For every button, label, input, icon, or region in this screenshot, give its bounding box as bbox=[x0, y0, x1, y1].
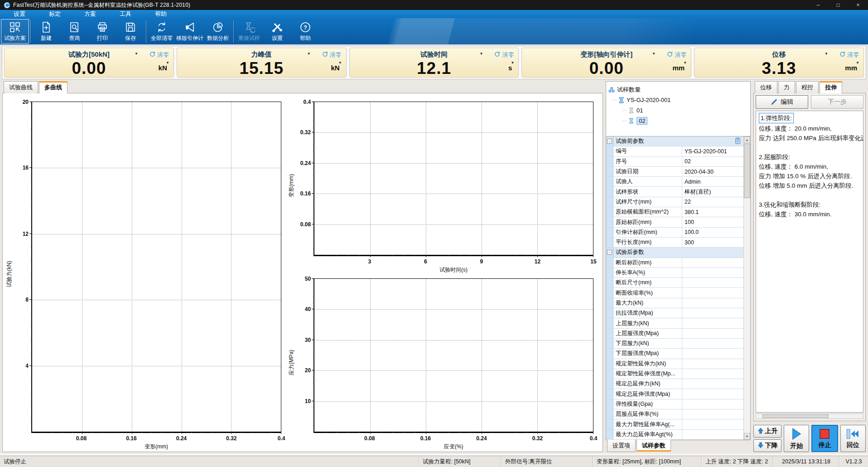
meter-unit: s bbox=[508, 64, 512, 72]
control-panel: 位移力程控拉伸 编辑 下一步 1.弹性阶段:位移, 速度： 20.0 mm/mi… bbox=[753, 81, 866, 452]
program-line-selected[interactable]: 1.弹性阶段: bbox=[759, 113, 860, 124]
meter-dropdown-icon[interactable]: ▼ bbox=[479, 52, 483, 56]
param-value[interactable]: Admin bbox=[682, 177, 743, 187]
sample-panel-tab-1[interactable]: 试样参数 bbox=[637, 440, 671, 452]
next-step-button[interactable]: 下一步 bbox=[811, 95, 863, 109]
param-value[interactable] bbox=[682, 409, 743, 419]
param-value[interactable]: 100 bbox=[682, 217, 743, 227]
menu-item-0[interactable]: 设置 bbox=[2, 10, 37, 18]
meter-zero-button[interactable]: 清零 bbox=[322, 51, 342, 59]
program-horizontal-scrollbar[interactable] bbox=[756, 413, 863, 419]
home-button[interactable]: 回位 bbox=[840, 425, 866, 452]
param-label: 弹性模量(Gpa) bbox=[613, 399, 682, 409]
tree-root[interactable]: 试样数量 bbox=[608, 84, 748, 95]
control-tab-2[interactable]: 程控 bbox=[796, 81, 819, 93]
toolbar-button-reset-all[interactable]: 全部清零 bbox=[148, 19, 176, 44]
toolbar-button-settings[interactable]: 设置 bbox=[263, 19, 291, 44]
param-value[interactable]: 2020-04-30 bbox=[682, 167, 743, 177]
remove-extensometer-icon bbox=[184, 21, 196, 34]
toolbar-button-label: 数据分析 bbox=[207, 34, 229, 42]
meter-zero-button[interactable]: 清零 bbox=[839, 51, 859, 59]
param-value[interactable] bbox=[682, 399, 743, 409]
scrollbar-thumb[interactable] bbox=[744, 144, 750, 198]
meter-zero-button[interactable]: 清零 bbox=[149, 51, 169, 59]
meter-dropdown-icon[interactable]: ▼ bbox=[307, 52, 311, 56]
program-line: 位移, 速度： 6.0 mm/min, bbox=[759, 162, 860, 171]
param-value[interactable] bbox=[682, 389, 743, 399]
tree-sample-node-01[interactable]: 01 bbox=[608, 105, 748, 116]
control-tab-0[interactable]: 位移 bbox=[755, 81, 777, 93]
meter-dropdown-icon[interactable]: ▼ bbox=[135, 52, 138, 56]
param-value[interactable] bbox=[682, 349, 743, 359]
param-value[interactable] bbox=[682, 308, 743, 318]
sample-panel-tabbar: 设置项试样参数 bbox=[606, 440, 751, 452]
param-value[interactable] bbox=[682, 318, 743, 328]
param-label: 试验日期 bbox=[613, 167, 682, 177]
minimize-button[interactable]: – bbox=[808, 0, 828, 10]
toolbar-button-remove-extensometer[interactable]: 移除引伸计 bbox=[176, 19, 204, 44]
toolbar: 试验方案新建查询打印保存全部清零移除引伸计数据分析重做试样设置?帮助 bbox=[0, 18, 868, 44]
scroll-down-icon[interactable]: ▼ bbox=[744, 433, 750, 440]
edit-button[interactable]: 编辑 bbox=[756, 95, 808, 109]
param-value[interactable] bbox=[682, 339, 743, 349]
param-value[interactable]: 380.1 bbox=[682, 207, 743, 217]
param-value[interactable] bbox=[682, 298, 743, 308]
refresh-icon bbox=[149, 51, 155, 58]
param-value[interactable] bbox=[682, 379, 743, 389]
scroll-up-icon[interactable]: ▲ bbox=[744, 136, 750, 143]
start-button[interactable]: 开始 bbox=[784, 425, 809, 452]
param-value[interactable] bbox=[682, 430, 743, 440]
toolbar-button-save[interactable]: 保存 bbox=[116, 19, 145, 44]
chart-tab-0[interactable]: 试验曲线 bbox=[4, 81, 38, 93]
clipboard-icon[interactable] bbox=[734, 137, 741, 146]
sample-panel-tab-0[interactable]: 设置项 bbox=[607, 440, 636, 452]
param-value[interactable]: YS-GJ-2020-001 bbox=[682, 146, 743, 156]
stop-button[interactable]: 停止 bbox=[811, 425, 838, 452]
tree-sample-node-02[interactable]: 02 bbox=[608, 116, 748, 126]
control-tab-3[interactable]: 拉伸 bbox=[820, 81, 842, 93]
param-value[interactable]: 22 bbox=[682, 197, 743, 207]
toolbar-button-help[interactable]: ?帮助 bbox=[291, 19, 319, 44]
toolbar-button-new-doc[interactable]: 新建 bbox=[32, 19, 60, 44]
parameter-table-scrollbar[interactable]: ▲ ▼ bbox=[743, 136, 750, 440]
meter-dropdown-icon[interactable]: ▼ bbox=[825, 52, 828, 56]
meter-zero-button[interactable]: 清零 bbox=[494, 51, 514, 59]
param-value[interactable]: 02 bbox=[682, 157, 743, 167]
new-doc-icon bbox=[40, 21, 52, 34]
param-value[interactable] bbox=[682, 329, 743, 339]
meter-dropdown-icon[interactable]: ▼ bbox=[652, 52, 656, 56]
param-value[interactable]: 棒材(直径) bbox=[682, 187, 743, 197]
param-value[interactable] bbox=[682, 268, 743, 278]
param-value[interactable]: 300 bbox=[682, 238, 743, 248]
toolbar-button-data-analysis[interactable]: 数据分析 bbox=[204, 19, 232, 44]
toolbar-button-redo-sample[interactable]: 重做试样 bbox=[235, 19, 263, 44]
menu-item-3[interactable]: 工具 bbox=[108, 10, 143, 18]
control-tab-1[interactable]: 力 bbox=[778, 81, 795, 93]
jog-down-button[interactable]: 下降 bbox=[753, 439, 781, 452]
param-label: 试验人 bbox=[613, 177, 682, 187]
tree-batch-node[interactable]: YS-GJ-2020-001 bbox=[608, 95, 748, 105]
param-value[interactable]: 100.0 bbox=[682, 228, 743, 238]
close-button[interactable]: × bbox=[848, 0, 868, 10]
meter-zero-button[interactable]: 清零 bbox=[667, 51, 686, 59]
toolbar-button-printer[interactable]: 打印 bbox=[88, 19, 116, 44]
param-value[interactable] bbox=[682, 278, 743, 288]
menu-item-4[interactable]: 帮助 bbox=[143, 10, 178, 18]
plot-area: 5040302010 bbox=[313, 278, 593, 433]
collapse-icon[interactable]: - bbox=[607, 250, 612, 255]
test-program-list[interactable]: 1.弹性阶段:位移, 速度： 20.0 mm/min,应力 达到 250.0 M… bbox=[756, 111, 863, 413]
pre-test-params-header-label: 试验前参数 bbox=[616, 137, 644, 145]
param-value[interactable] bbox=[682, 258, 743, 268]
menu-item-1[interactable]: 标定 bbox=[37, 10, 72, 18]
jog-up-button[interactable]: 上升 bbox=[753, 425, 781, 438]
maximize-button[interactable]: □ bbox=[828, 0, 848, 10]
param-value[interactable] bbox=[682, 288, 743, 298]
param-value[interactable] bbox=[682, 369, 743, 379]
menu-item-2[interactable]: 方案 bbox=[72, 10, 108, 18]
chart-tab-1[interactable]: 多曲线 bbox=[39, 81, 68, 93]
param-value[interactable] bbox=[682, 359, 743, 369]
toolbar-button-test-plan[interactable]: 试验方案 bbox=[1, 19, 29, 44]
toolbar-button-search-doc[interactable]: 查询 bbox=[60, 19, 88, 44]
collapse-icon[interactable]: - bbox=[607, 139, 612, 144]
param-value[interactable] bbox=[682, 419, 743, 429]
